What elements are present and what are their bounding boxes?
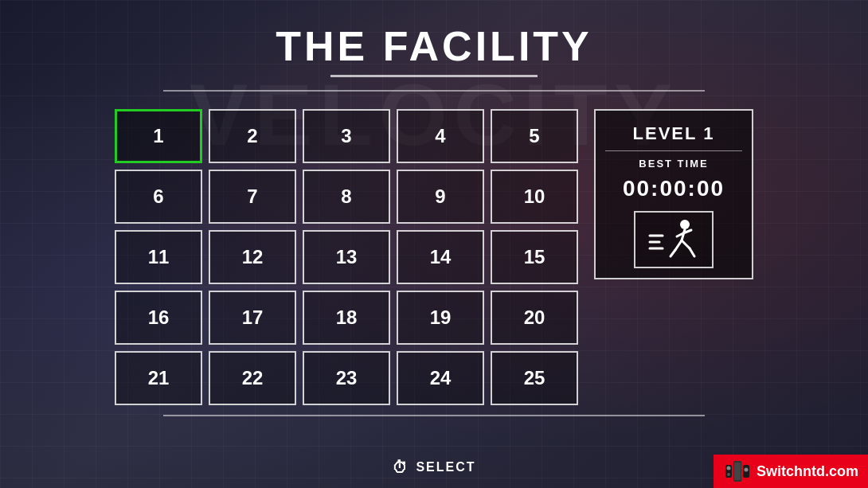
watermark-label: Switchntd.com (757, 463, 858, 480)
svg-line-10 (690, 248, 694, 256)
page-title: THE FACILITY (276, 22, 592, 70)
level-cell-12[interactable]: 12 (209, 230, 296, 284)
level-cell-13[interactable]: 13 (303, 230, 390, 284)
level-grid: 1234567891011121314151617181920212223242… (115, 109, 578, 405)
stopwatch-icon: ⏱ (392, 459, 409, 477)
title-underline (330, 75, 538, 77)
level-cell-24[interactable]: 24 (397, 351, 484, 405)
best-time-label: BEST TIME (639, 158, 708, 170)
level-cell-9[interactable]: 9 (397, 170, 484, 224)
level-cell-22[interactable]: 22 (209, 351, 296, 405)
top-separator (163, 90, 705, 92)
content-area: 1234567891011121314151617181920212223242… (115, 100, 753, 415)
level-cell-19[interactable]: 19 (397, 291, 484, 345)
info-divider (605, 150, 742, 151)
best-time-value: 00:00:00 (623, 176, 725, 201)
level-cell-17[interactable]: 17 (209, 291, 296, 345)
svg-line-7 (675, 240, 682, 250)
level-cell-18[interactable]: 18 (303, 291, 390, 345)
svg-point-14 (727, 473, 730, 476)
level-cell-10[interactable]: 10 (491, 170, 578, 224)
svg-point-3 (680, 220, 690, 229)
level-cell-2[interactable]: 2 (209, 109, 296, 163)
level-cell-21[interactable]: 21 (115, 351, 202, 405)
running-icon (648, 218, 699, 261)
level-cell-16[interactable]: 16 (115, 291, 202, 345)
svg-point-13 (726, 467, 730, 470)
level-cell-15[interactable]: 15 (491, 230, 578, 284)
level-cell-14[interactable]: 14 (397, 230, 484, 284)
level-cell-11[interactable]: 11 (115, 230, 202, 284)
svg-line-8 (671, 250, 675, 256)
level-cell-6[interactable]: 6 (115, 170, 202, 224)
level-cell-3[interactable]: 3 (303, 109, 390, 163)
select-label: SELECT (416, 460, 475, 474)
level-cell-20[interactable]: 20 (491, 291, 578, 345)
level-cell-25[interactable]: 25 (491, 351, 578, 405)
bottom-separator (163, 415, 705, 416)
svg-rect-19 (734, 463, 741, 480)
info-level-title: LEVEL 1 (633, 123, 715, 144)
level-cell-7[interactable]: 7 (209, 170, 296, 224)
level-cell-23[interactable]: 23 (303, 351, 390, 405)
watermark: Switchntd.com (714, 455, 868, 488)
level-cell-4[interactable]: 4 (397, 109, 484, 163)
level-cell-8[interactable]: 8 (303, 170, 390, 224)
level-cell-1[interactable]: 1 (115, 109, 202, 163)
level-cell-5[interactable]: 5 (491, 109, 578, 163)
main-container: THE FACILITY 123456789101112131415161718… (0, 0, 868, 488)
switch-logo-icon (723, 459, 752, 483)
title-section: THE FACILITY (276, 22, 592, 77)
select-hint: ⏱ SELECT (392, 459, 475, 477)
svg-point-17 (744, 468, 748, 472)
info-panel: LEVEL 1 BEST TIME 00:00:00 (594, 109, 753, 279)
run-icon-box (634, 211, 714, 268)
svg-line-9 (682, 240, 690, 248)
